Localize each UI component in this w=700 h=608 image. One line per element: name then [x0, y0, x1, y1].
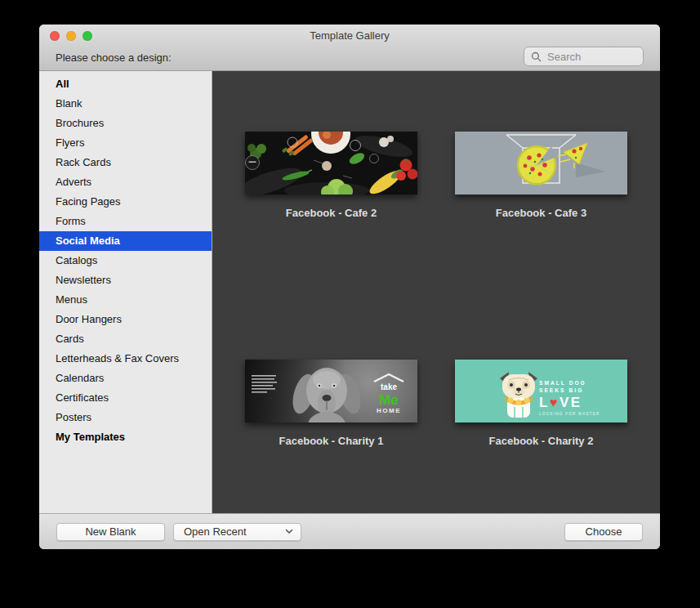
charity2-line-1: SMALL DOG [539, 380, 600, 387]
chevron-down-icon [285, 529, 293, 534]
sidebar-item-posters[interactable]: Posters [39, 408, 212, 427]
open-recent-dropdown[interactable]: Open Recent [173, 523, 301, 541]
charity2-tagline: LOOKING FOR MASTER [539, 412, 600, 416]
new-blank-button[interactable]: New Blank [56, 523, 165, 541]
sidebar-item-all[interactable]: All [39, 74, 212, 94]
zoom-button[interactable] [82, 31, 92, 41]
sidebar-item-brochures[interactable]: Brochures [39, 114, 212, 133]
template-name: Facebook - Charity 2 [489, 435, 594, 447]
sidebar-item-flyers[interactable]: Flyers [39, 133, 212, 153]
sidebar-item-social-media[interactable]: Social Media [39, 231, 212, 251]
choose-design-prompt: Please choose a design: [56, 51, 172, 64]
search-icon [531, 51, 542, 62]
template-card-facebook-cafe-2: Facebook - Cafe 2 [245, 132, 417, 219]
search-field[interactable] [524, 47, 644, 66]
pizza-slice-icon [558, 143, 587, 168]
charity2-art-text: SMALL DOG SEEKS BIG L♥VE LOOKING FOR MAS… [539, 380, 600, 416]
traffic-lights [50, 31, 92, 41]
template-thumbnail-facebook-charity-2[interactable]: SMALL DOG SEEKS BIG L♥VE LOOKING FOR MAS… [455, 360, 627, 422]
sidebar-item-cards[interactable]: Cards [39, 329, 212, 349]
dog-illustration [289, 368, 365, 422]
charity2-line-2: SEEKS BIG [539, 387, 600, 395]
charity2-love-word: L♥VE [539, 395, 600, 410]
template-name: Facebook - Cafe 2 [286, 207, 377, 219]
charity1-thumbnail-art: take Me HOME [245, 360, 417, 422]
cafe3-thumbnail-art [455, 132, 627, 194]
minimize-button[interactable] [66, 31, 76, 41]
window-header: Template Gallery Please choose a design: [39, 25, 660, 71]
template-thumbnail-facebook-cafe-2[interactable] [245, 132, 417, 194]
sidebar-item-newsletters[interactable]: Newsletters [39, 270, 212, 290]
sidebar-item-my-templates[interactable]: My Templates [39, 427, 212, 447]
template-grid: Facebook - Cafe 2 [212, 71, 660, 513]
svg-text:HOME: HOME [377, 407, 401, 414]
window-title: Template Gallery [310, 29, 390, 42]
sidebar-item-letterheads-fax-covers[interactable]: Letterheads & Fax Covers [39, 349, 212, 369]
heart-icon: ♥ [550, 396, 560, 409]
cafe2-thumbnail-art [245, 132, 417, 194]
footer-toolbar: New Blank Open Recent Choose [39, 513, 660, 549]
choose-button[interactable]: Choose [564, 523, 643, 541]
titlebar[interactable]: Template Gallery [39, 25, 660, 46]
sidebar-item-forms[interactable]: Forms [39, 212, 212, 231]
sidebar-item-adverts[interactable]: Adverts [39, 172, 212, 192]
love-letters-ve: VE [560, 395, 582, 410]
paragraph-placeholder [252, 375, 277, 393]
template-grid-row-1: Facebook - Cafe 2 [212, 132, 660, 219]
template-thumbnail-facebook-cafe-3[interactable] [455, 132, 627, 194]
template-card-facebook-charity-1: take Me HOME Facebook - Charity 1 [245, 360, 417, 447]
template-card-facebook-cafe-3: Facebook - Cafe 3 [455, 132, 627, 219]
sidebar-item-certificates[interactable]: Certificates [39, 388, 212, 408]
open-recent-label: Open Recent [184, 525, 247, 538]
window-body: All Blank Brochures Flyers Rack Cards Ad… [39, 71, 660, 513]
sidebar-item-menus[interactable]: Menus [39, 290, 212, 310]
search-input[interactable] [546, 50, 636, 64]
sidebar-item-door-hangers[interactable]: Door Hangers [39, 310, 212, 329]
pizza-icon [518, 146, 556, 184]
template-name: Facebook - Charity 1 [279, 435, 384, 447]
svg-text:Me: Me [379, 392, 399, 408]
svg-text:take: take [381, 382, 397, 391]
close-button[interactable] [50, 31, 60, 41]
sidebar-item-calendars[interactable]: Calendars [39, 369, 212, 388]
sidebar-item-blank[interactable]: Blank [39, 94, 212, 114]
sidebar-item-rack-cards[interactable]: Rack Cards [39, 153, 212, 172]
template-gallery-window: Template Gallery Please choose a design:… [39, 25, 660, 549]
template-card-facebook-charity-2: SMALL DOG SEEKS BIG L♥VE LOOKING FOR MAS… [455, 360, 627, 447]
sidebar-item-catalogs[interactable]: Catalogs [39, 251, 212, 270]
template-grid-row-2: take Me HOME Facebook - Charity 1 [212, 360, 660, 447]
category-sidebar: All Blank Brochures Flyers Rack Cards Ad… [39, 71, 212, 513]
take-me-home-logo: take Me HOME [374, 374, 404, 414]
love-letter-l: L [539, 395, 550, 410]
template-name: Facebook - Cafe 3 [496, 207, 586, 219]
template-thumbnail-facebook-charity-1[interactable]: take Me HOME [245, 360, 417, 422]
sidebar-item-facing-pages[interactable]: Facing Pages [39, 192, 212, 212]
